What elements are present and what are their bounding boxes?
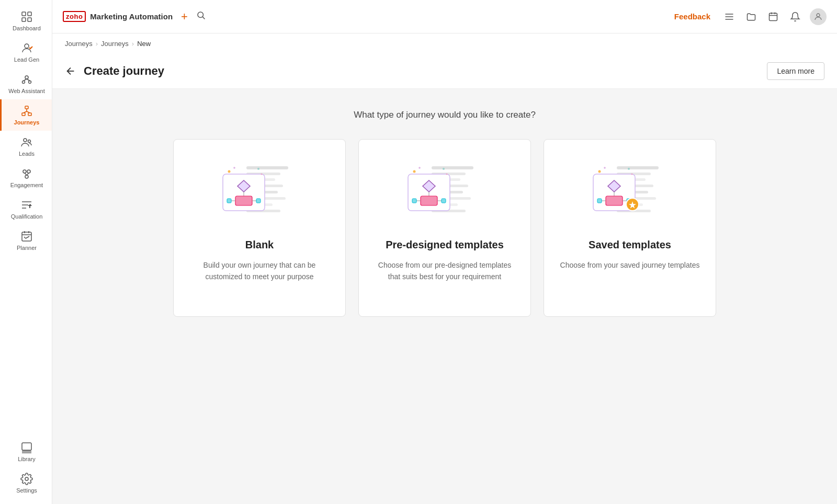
app-name: Marketing Automation — [90, 12, 173, 21]
main-wrapper: zoho Marketing Automation + Feedback — [52, 0, 837, 504]
svg-point-34 — [198, 12, 203, 18]
svg-point-64 — [261, 174, 263, 175]
page-title: Create journey — [84, 64, 164, 78]
breadcrumb-journeys-2[interactable]: Journeys — [101, 40, 129, 48]
svg-point-82 — [418, 167, 421, 169]
saved-card-icon-area — [588, 158, 672, 226]
svg-point-18 — [23, 170, 26, 173]
sidebar-item-library[interactable]: Library — [0, 436, 52, 467]
svg-point-106 — [631, 174, 633, 175]
svg-point-20 — [25, 175, 28, 178]
sidebar-item-label: Engagement — [10, 182, 43, 188]
svg-line-35 — [202, 17, 205, 19]
journey-question: What type of journey would you like to c… — [65, 110, 824, 120]
blank-card[interactable]: Blank Build your own journey that can be… — [173, 139, 346, 317]
svg-rect-3 — [28, 18, 31, 21]
sidebar-item-engagement[interactable]: Engagement — [0, 162, 52, 193]
svg-rect-45 — [246, 166, 288, 169]
list-view-button[interactable] — [722, 9, 737, 24]
pre-designed-card[interactable]: Pre-designed templates Choose from our p… — [358, 139, 531, 317]
journeys-icon — [20, 105, 33, 117]
user-icon — [813, 12, 823, 21]
svg-rect-39 — [770, 13, 777, 20]
zoho-logo: zoho — [63, 11, 86, 22]
sidebar-item-settings[interactable]: Settings — [0, 467, 52, 499]
add-button[interactable]: + — [181, 10, 188, 24]
svg-point-62 — [233, 167, 235, 169]
blank-journey-icon — [218, 158, 301, 226]
sidebar-item-label: Qualification — [11, 213, 43, 220]
svg-point-84 — [446, 174, 448, 175]
svg-line-28 — [24, 237, 26, 238]
logo-area: zoho Marketing Automation — [63, 11, 173, 22]
web-assistant-icon — [20, 73, 33, 86]
svg-rect-60 — [256, 199, 261, 203]
svg-point-6 — [22, 81, 25, 84]
sidebar-item-label: Web Assistant — [8, 88, 45, 94]
pre-designed-card-title: Pre-designed templates — [386, 239, 504, 251]
svg-rect-99 — [597, 199, 602, 203]
sidebar-item-dashboard[interactable]: Dashboard — [0, 5, 52, 37]
svg-point-17 — [28, 140, 31, 143]
avatar[interactable] — [810, 8, 827, 25]
pre-designed-journey-icon — [403, 158, 487, 226]
folder-icon — [746, 12, 756, 22]
breadcrumb-sep-2: › — [132, 40, 134, 48]
svg-marker-23 — [28, 204, 32, 208]
svg-rect-10 — [25, 106, 28, 109]
svg-point-33 — [25, 477, 28, 480]
page-header: Create journey Learn more — [52, 54, 837, 89]
list-icon — [724, 12, 734, 22]
folder-button[interactable] — [744, 9, 759, 24]
sidebar-item-leads[interactable]: Leads — [0, 131, 52, 162]
svg-point-104 — [604, 167, 606, 169]
sidebar-item-lead-gen[interactable]: Lead Gen — [0, 37, 52, 68]
search-button[interactable] — [196, 10, 206, 22]
sidebar-item-label: Journeys — [14, 119, 40, 125]
topbar-icons: Feedback — [674, 8, 827, 25]
svg-rect-59 — [227, 199, 231, 203]
saved-journey-icon — [588, 158, 672, 226]
sidebar-item-qualification[interactable]: Qualification — [0, 193, 52, 225]
sidebar-item-journeys[interactable]: Journeys — [0, 99, 52, 131]
breadcrumb: Journeys › Journeys › New — [52, 33, 837, 54]
svg-rect-96 — [606, 196, 623, 205]
calendar-button[interactable] — [766, 9, 781, 24]
sidebar-item-web-assistant[interactable]: Web Assistant — [0, 68, 52, 99]
feedback-button[interactable]: Feedback — [674, 12, 710, 21]
svg-rect-56 — [235, 196, 252, 205]
sidebar-item-planner[interactable]: Planner — [0, 225, 52, 256]
back-arrow-icon — [65, 65, 76, 77]
leads-icon — [20, 136, 33, 148]
search-icon — [196, 10, 206, 20]
svg-rect-85 — [617, 166, 659, 169]
svg-point-83 — [443, 168, 445, 170]
blank-card-desc: Build your own journey that can be custo… — [189, 259, 330, 283]
notification-button[interactable] — [788, 9, 802, 24]
svg-rect-0 — [22, 12, 26, 16]
svg-line-15 — [27, 111, 30, 113]
svg-point-16 — [24, 139, 27, 142]
svg-rect-2 — [22, 18, 26, 21]
back-button[interactable] — [65, 65, 76, 77]
svg-rect-76 — [421, 196, 437, 205]
svg-rect-80 — [442, 199, 446, 203]
saved-card-title: Saved templates — [589, 239, 671, 251]
svg-point-5 — [25, 76, 28, 79]
svg-point-103 — [598, 170, 601, 173]
svg-rect-30 — [22, 443, 31, 450]
sidebar: Dashboard Lead Gen Web Assistant Journey… — [0, 0, 52, 504]
svg-point-4 — [25, 44, 29, 48]
breadcrumb-current: New — [137, 40, 151, 48]
engagement-icon — [20, 167, 33, 180]
saved-card[interactable]: Saved templates Choose from your saved j… — [544, 139, 716, 317]
svg-point-61 — [228, 170, 231, 173]
svg-point-7 — [29, 81, 31, 84]
svg-rect-65 — [432, 166, 473, 169]
learn-more-button[interactable]: Learn more — [767, 62, 824, 80]
svg-point-43 — [817, 14, 820, 17]
bell-icon — [790, 12, 800, 22]
breadcrumb-journeys-1[interactable]: Journeys — [65, 40, 93, 48]
pre-designed-card-icon-area — [403, 158, 487, 226]
planner-icon — [20, 230, 33, 243]
